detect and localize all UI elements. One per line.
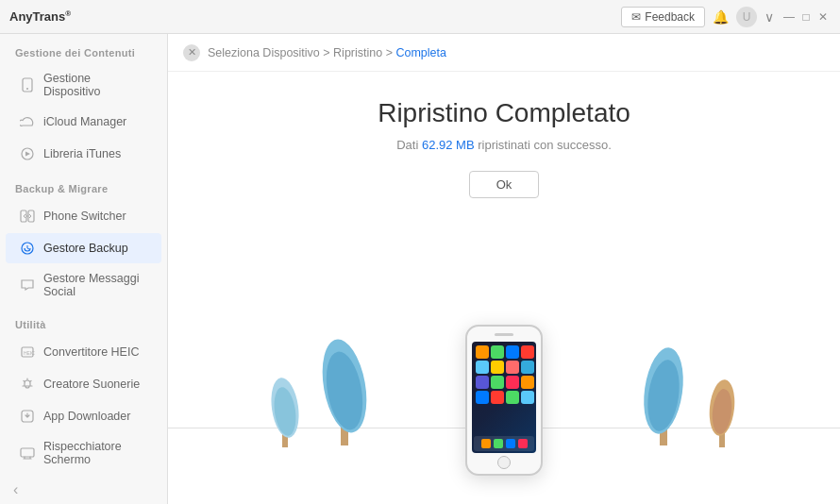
section-title-utilita: Utilità [0, 306, 167, 336]
section-title-content: Gestione dei Contenuti [0, 34, 167, 64]
sidebar-item-heic[interactable]: HEIC Convertitore HEIC [6, 337, 161, 367]
dock-icon [494, 439, 503, 448]
bell-icon[interactable]: 🔔 [713, 9, 729, 25]
iphone-screen [472, 342, 536, 453]
success-subtitle: Dati 62.92 MB ripristinati con successo. [396, 138, 612, 152]
app-downloader-icon [19, 408, 36, 425]
sidebar-item-label: Rispecchiatore Schermo [43, 440, 148, 466]
dock-icon [506, 439, 515, 448]
feedback-label: Feedback [645, 10, 695, 24]
sidebar-bottom: ‹ [0, 474, 167, 504]
title-bar-right: ✉ Feedback 🔔 U ∨ — □ ✕ [621, 7, 831, 27]
sidebar-item-gestione-dispositivo[interactable]: Gestione Dispositivo [6, 65, 161, 105]
app-icon [506, 391, 519, 404]
title-bar-left: AnyTrans® [9, 9, 71, 24]
sidebar: Gestione dei Contenuti Gestione Disposit… [0, 34, 168, 504]
user-avatar-icon[interactable]: U [736, 7, 757, 27]
breadcrumb-close-button[interactable]: ✕ [183, 44, 200, 61]
sidebar-item-suonerie[interactable]: Creatore Suonerie [6, 369, 161, 399]
suonerie-icon [19, 376, 36, 393]
app-icon [506, 345, 519, 359]
gestione-dispositivo-icon [19, 76, 36, 93]
main-content: Ripristino Completato Dati 62.92 MB ripr… [168, 72, 840, 504]
data-size: 62.92 MB [422, 138, 475, 152]
sidebar-item-label: App Downloader [43, 410, 130, 423]
app-icon [506, 361, 519, 374]
app-icon [476, 345, 489, 359]
app-icon [476, 361, 489, 374]
breadcrumb-step-1: Seleziona Dispositivo [208, 46, 320, 59]
sidebar-item-phone-switcher[interactable]: Phone Switcher [6, 201, 161, 231]
feedback-button[interactable]: ✉ Feedback [621, 7, 705, 27]
sidebar-item-itunes[interactable]: Libreria iTunes [6, 139, 161, 169]
sidebar-item-label: Gestore Backup [43, 242, 128, 255]
sidebar-item-icloud[interactable]: iCloud Manager [6, 107, 161, 137]
messaggi-icon [19, 277, 36, 294]
app-icon [521, 361, 534, 374]
app-icons-grid [472, 342, 536, 408]
sidebar-item-app-downloader[interactable]: App Downloader [6, 401, 161, 431]
breadcrumb: Seleziona Dispositivo > Ripristino > Com… [208, 46, 446, 59]
icloud-icon [19, 113, 36, 130]
svg-text:HEIC: HEIC [24, 350, 35, 356]
app-icon [521, 376, 534, 389]
app-icon [491, 376, 504, 389]
app-icon [491, 391, 504, 404]
app-icon [476, 376, 489, 389]
phone-switcher-icon [19, 208, 36, 225]
itunes-icon [19, 145, 36, 162]
app-icon [476, 391, 489, 404]
subtitle-suffix: ripristinati con successo. [475, 138, 612, 152]
tree-left-small [269, 372, 302, 447]
feedback-envelope-icon: ✉ [631, 10, 641, 24]
sidebar-item-label: Gestione Dispositivo [43, 72, 148, 98]
chevron-down-icon[interactable]: ∨ [764, 9, 774, 25]
iphone-dock [474, 436, 534, 451]
maximize-button[interactable]: □ [798, 9, 814, 25]
success-title: Ripristino Completato [378, 98, 630, 128]
sidebar-item-messaggi[interactable]: Gestore Messaggi Social [6, 265, 161, 305]
svg-point-1 [26, 88, 28, 90]
tree-left-large [316, 334, 373, 447]
sidebar-item-rispecchiatore[interactable]: Rispecchiatore Schermo [6, 433, 161, 473]
heic-icon: HEIC [19, 344, 36, 361]
sidebar-item-label: Creatore Suonerie [43, 378, 140, 391]
breadcrumb-step-2: Ripristino [333, 46, 382, 59]
app-icon [491, 345, 504, 359]
dock-icon [481, 439, 491, 448]
iphone-home-button [497, 456, 511, 469]
iphone-device [465, 325, 543, 476]
main-layout: Gestione dei Contenuti Gestione Disposit… [0, 34, 840, 504]
svg-rect-9 [21, 448, 34, 457]
dock-icon [518, 439, 528, 448]
app-icon [521, 391, 534, 404]
app-icon [491, 361, 504, 374]
tree-right-large [635, 344, 692, 447]
rispecchiatore-icon [19, 445, 36, 462]
title-bar: AnyTrans® ✉ Feedback 🔔 U ∨ — □ ✕ [0, 0, 840, 34]
sidebar-collapse-button[interactable]: ‹ [13, 481, 18, 497]
ok-button[interactable]: Ok [469, 171, 540, 198]
section-title-backup: Backup & Migrare [0, 170, 167, 200]
minimize-button[interactable]: — [781, 9, 797, 25]
subtitle-prefix: Dati [396, 138, 422, 152]
sidebar-item-gestore-backup[interactable]: Gestore Backup [6, 233, 161, 263]
sidebar-item-label: Gestore Messaggi Social [43, 272, 148, 298]
iphone-body [465, 325, 543, 476]
iphone-speaker [495, 333, 513, 336]
sidebar-item-label: Phone Switcher [43, 210, 126, 223]
breadcrumb-bar: ✕ Seleziona Dispositivo > Ripristino > C… [168, 34, 840, 72]
tree-right-small [706, 372, 739, 447]
app-icon [521, 345, 534, 359]
sidebar-item-label: Libreria iTunes [43, 147, 121, 160]
scene-illustration [168, 217, 840, 504]
content-area: ✕ Seleziona Dispositivo > Ripristino > C… [168, 34, 840, 504]
close-button[interactable]: ✕ [815, 9, 831, 25]
sidebar-item-label: Convertitore HEIC [43, 345, 139, 359]
gestore-backup-icon [19, 240, 36, 257]
breadcrumb-step-3: Completa [395, 46, 446, 59]
window-controls: — □ ✕ [781, 9, 831, 25]
app-icon [506, 376, 519, 389]
sidebar-item-label: iCloud Manager [43, 115, 126, 128]
app-title: AnyTrans® [9, 9, 71, 24]
